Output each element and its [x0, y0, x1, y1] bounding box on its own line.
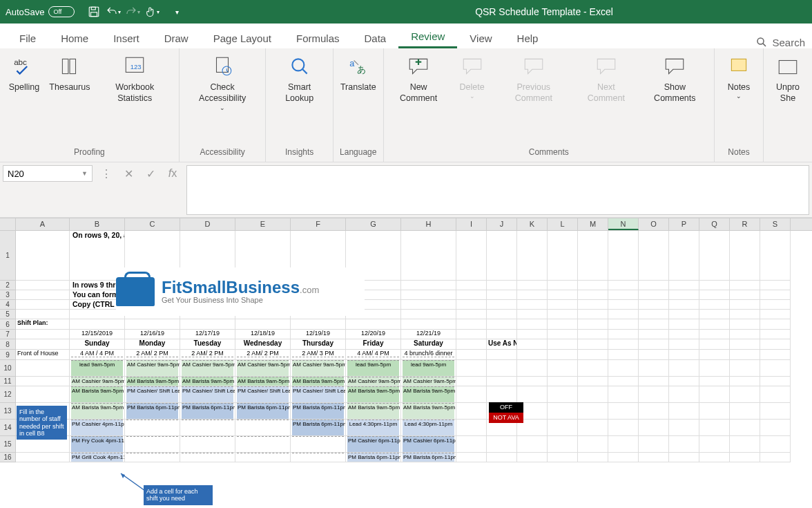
translate-button[interactable]: aあTranslate — [338, 51, 379, 95]
svg-point-3 — [757, 38, 764, 44]
new-comment-button[interactable]: New Comment — [388, 51, 450, 107]
tab-view[interactable]: View — [457, 28, 504, 48]
fx-icon[interactable]: fx — [164, 165, 181, 182]
svg-text:あ: あ — [357, 64, 366, 75]
briefcase-icon — [116, 277, 155, 306]
tab-insert[interactable]: Insert — [101, 28, 152, 48]
svg-rect-2 — [91, 12, 97, 17]
title-bar: AutoSave Off ▾ ▾ ▾ ▾ QSR Schedule Templa… — [0, 0, 812, 23]
group-protect: UnproShe — [764, 48, 812, 162]
tab-home[interactable]: Home — [48, 28, 101, 48]
off-badge: OFF — [489, 402, 523, 413]
toggle-switch[interactable]: Off — [48, 6, 75, 17]
svg-point-11 — [292, 59, 304, 70]
formula-input[interactable] — [186, 165, 809, 215]
spreadsheet-grid[interactable]: A B C D E F G H I J K L M N O P Q R S 1O… — [0, 218, 812, 462]
notes-button[interactable]: Notes⌄ — [719, 51, 759, 104]
qat-customize-icon[interactable]: ▾ — [167, 2, 186, 21]
ribbon-tabs: File Home Insert Draw Page Layout Formul… — [0, 23, 812, 48]
column-headers: A B C D E F G H I J K L M N O P Q R S — [0, 218, 812, 231]
cancel-formula-icon[interactable]: ✕ — [120, 165, 137, 182]
callout-add-cell: Add a cell for each shift you need — [144, 485, 213, 505]
svg-text:123: 123 — [130, 63, 142, 70]
redo-icon[interactable]: ▾ — [123, 2, 142, 21]
tab-help[interactable]: Help — [505, 28, 551, 48]
fsb-logo: FitSmallBusiness.com Get Your Business I… — [116, 267, 365, 316]
undo-icon[interactable]: ▾ — [104, 2, 123, 21]
group-accessibility: Check Accessibility⌄ Accessibility — [180, 48, 267, 162]
check-accessibility-button[interactable]: Check Accessibility⌄ — [184, 51, 262, 115]
svg-rect-14 — [731, 59, 746, 70]
tab-draw[interactable]: Draw — [152, 28, 201, 48]
svg-rect-1 — [92, 7, 96, 10]
smart-lookup-button[interactable]: Smart Lookup — [270, 51, 329, 107]
group-notes: Notes⌄ Notes — [715, 48, 764, 162]
autosave-label: AutoSave — [6, 7, 44, 17]
tab-page-layout[interactable]: Page Layout — [201, 28, 284, 48]
next-comment-button[interactable]: Next Comment — [575, 51, 637, 107]
svg-text:abc: abc — [14, 57, 27, 66]
search-box[interactable]: Search — [755, 36, 805, 48]
not-available-badge: NOT AVA — [489, 413, 523, 423]
ribbon: abcSpelling Thesaurus 123Workbook Statis… — [0, 48, 812, 162]
svg-rect-6 — [70, 59, 76, 73]
autosave-toggle[interactable]: AutoSave Off — [6, 6, 75, 17]
show-comments-button[interactable]: Show Comments — [640, 51, 710, 107]
tab-file[interactable]: File — [7, 28, 48, 48]
tab-formulas[interactable]: Formulas — [284, 28, 352, 48]
workbook-statistics-button[interactable]: 123Workbook Statistics — [95, 51, 175, 107]
unprotect-sheet-button[interactable]: UnproShe — [768, 51, 808, 107]
enter-formula-icon[interactable]: ✓ — [142, 165, 159, 182]
save-icon[interactable] — [84, 2, 104, 21]
document-title: QSR Schedule Template - Excel — [475, 6, 613, 17]
callout-fill-staff: Fill in the number of staff needed per s… — [17, 406, 67, 440]
group-comments: New Comment Delete⌄ Previous Comment Nex… — [384, 48, 715, 162]
group-language: aあTranslate Language — [334, 48, 384, 162]
group-insights: Smart Lookup Insights — [266, 48, 334, 162]
tab-data[interactable]: Data — [351, 28, 398, 48]
formula-bar-row: N20▼ ⋮ ✕ ✓ fx — [0, 162, 812, 218]
group-proofing: abcSpelling Thesaurus 123Workbook Statis… — [0, 48, 180, 162]
previous-comment-button[interactable]: Previous Comment — [495, 51, 572, 107]
search-icon — [755, 36, 768, 48]
delete-comment-button[interactable]: Delete⌄ — [452, 51, 492, 104]
svg-text:a: a — [349, 58, 355, 68]
svg-rect-15 — [779, 61, 797, 74]
touch-mode-icon[interactable]: ▾ — [142, 2, 162, 21]
fx-separator-icon: ⋮ — [98, 165, 115, 182]
svg-rect-5 — [62, 59, 68, 73]
spelling-button[interactable]: abcSpelling — [4, 51, 44, 95]
name-box[interactable]: N20▼ — [3, 165, 93, 182]
tab-review[interactable]: Review — [398, 26, 457, 48]
thesaurus-button[interactable]: Thesaurus — [47, 51, 93, 95]
